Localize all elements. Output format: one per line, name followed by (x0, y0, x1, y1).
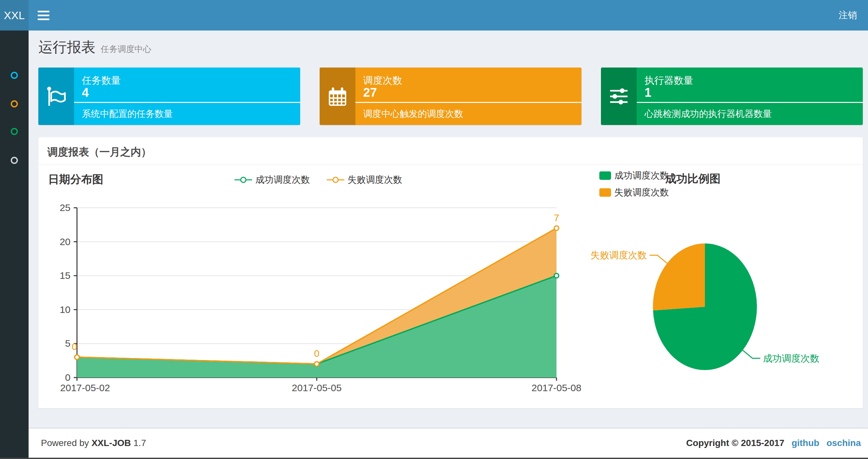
stat-value: 27 (363, 86, 377, 100)
legend-item-success[interactable]: 成功调度次数 (599, 169, 669, 182)
copyright: Copyright © 2015-2017 github oschina (686, 438, 861, 448)
product-version: 1.7 (133, 438, 146, 448)
github-link[interactable]: github (792, 438, 819, 448)
svg-text:0: 0 (65, 372, 70, 383)
legend-label: 成功调度次数 (255, 174, 310, 186)
pie-chart-legend: 成功调度次数 失败调度次数 (599, 169, 669, 199)
legend-label: 失败调度次数 (348, 174, 402, 186)
copyright-text: Copyright © 2015-2017 (686, 438, 784, 448)
flag-icon (38, 67, 74, 125)
legend-item-fail[interactable]: 失败调度次数 (599, 186, 669, 199)
page-footer: Powered by XXL-JOB 1.7 Copyright © 2015-… (29, 428, 868, 458)
hamburger-icon (38, 11, 50, 12)
sidebar-toggle-button[interactable] (29, 0, 59, 31)
svg-text:失败调度次数: 失败调度次数 (591, 250, 647, 260)
stat-box-triggers: 调度次数 27 调度中心触发的调度次数 (320, 67, 582, 125)
svg-text:7: 7 (554, 212, 559, 223)
legend-item-fail[interactable]: 失败调度次数 (327, 174, 402, 186)
stat-title: 调度次数 (363, 74, 402, 87)
svg-text:成功调度次数: 成功调度次数 (763, 353, 819, 364)
charts-canvas: 05101520252017-05-022017-05-052017-05-08… (38, 165, 863, 408)
line-circle-marker-icon (235, 176, 252, 184)
line-circle-marker-icon (327, 176, 344, 184)
stat-description: 调度中心触发的调度次数 (363, 108, 463, 120)
calendar-icon (320, 67, 355, 125)
divider (637, 102, 863, 103)
stat-value: 4 (82, 86, 89, 100)
svg-text:2017-05-08: 2017-05-08 (531, 383, 581, 393)
page-title: 运行报表 (38, 38, 95, 57)
xxl-job-dashboard: { "header": { "logo": "XXL", "logout": "… (0, 0, 868, 459)
stat-title: 任务数量 (82, 74, 121, 87)
window-edge (0, 458, 868, 459)
svg-text:2017-05-02: 2017-05-02 (60, 383, 110, 393)
circle-icon (11, 128, 18, 135)
circle-icon (11, 100, 18, 107)
pie-chart-title: 成功比例图 (665, 171, 720, 186)
stat-description: 系统中配置的任务数量 (82, 108, 173, 120)
svg-text:15: 15 (60, 270, 70, 281)
report-panel: 调度报表（一月之内） 05101520252017-05-022017-05-0… (38, 137, 863, 408)
svg-text:10: 10 (60, 304, 70, 315)
sidebar-item-2[interactable] (8, 97, 21, 110)
product-name: XXL-JOB (92, 438, 131, 448)
sliders-icon (601, 67, 637, 125)
circle-icon (11, 72, 18, 79)
svg-text:5: 5 (65, 338, 70, 349)
powered-by: Powered by XXL-JOB 1.7 (41, 438, 146, 448)
legend-item-success[interactable]: 成功调度次数 (235, 174, 310, 186)
legend-label: 成功调度次数 (614, 169, 669, 182)
sidebar-item-4[interactable] (8, 154, 21, 167)
sidebar-item-1[interactable] (8, 69, 21, 82)
hamburger-icon (38, 19, 50, 20)
page-header: 运行报表 任务调度中心 (38, 38, 151, 57)
powered-by-text: Powered by (41, 438, 89, 448)
svg-text:0: 0 (72, 341, 77, 352)
svg-text:20: 20 (60, 236, 70, 247)
legend-label: 失败调度次数 (614, 186, 669, 199)
stat-value: 1 (645, 86, 651, 100)
svg-text:2017-05-05: 2017-05-05 (292, 383, 341, 393)
swatch-icon (599, 171, 611, 180)
stat-description: 心跳检测成功的执行器机器数量 (645, 108, 772, 120)
panel-title: 调度报表（一月之内） (48, 145, 151, 159)
sidebar (0, 31, 29, 459)
stat-box-executors: 执行器数量 1 心跳检测成功的执行器机器数量 (601, 67, 863, 125)
stat-title: 执行器数量 (645, 74, 693, 87)
page-subtitle: 任务调度中心 (101, 43, 151, 55)
circle-icon (11, 157, 18, 164)
divider (74, 102, 300, 103)
sidebar-item-3[interactable] (8, 125, 21, 138)
oschina-link[interactable]: oschina (827, 438, 861, 448)
app-logo[interactable]: XXL (0, 0, 29, 31)
line-chart-legend: 成功调度次数 失败调度次数 (45, 174, 591, 186)
top-navbar: XXL 注销 (0, 0, 868, 31)
panel-header: 调度报表（一月之内） (38, 137, 863, 165)
svg-text:0: 0 (314, 348, 320, 359)
svg-text:25: 25 (60, 202, 70, 213)
logout-button[interactable]: 注销 (839, 0, 857, 31)
hamburger-icon (38, 14, 50, 16)
stat-box-jobs: 任务数量 4 系统中配置的任务数量 (38, 67, 300, 125)
divider (355, 102, 582, 103)
swatch-icon (599, 188, 611, 197)
